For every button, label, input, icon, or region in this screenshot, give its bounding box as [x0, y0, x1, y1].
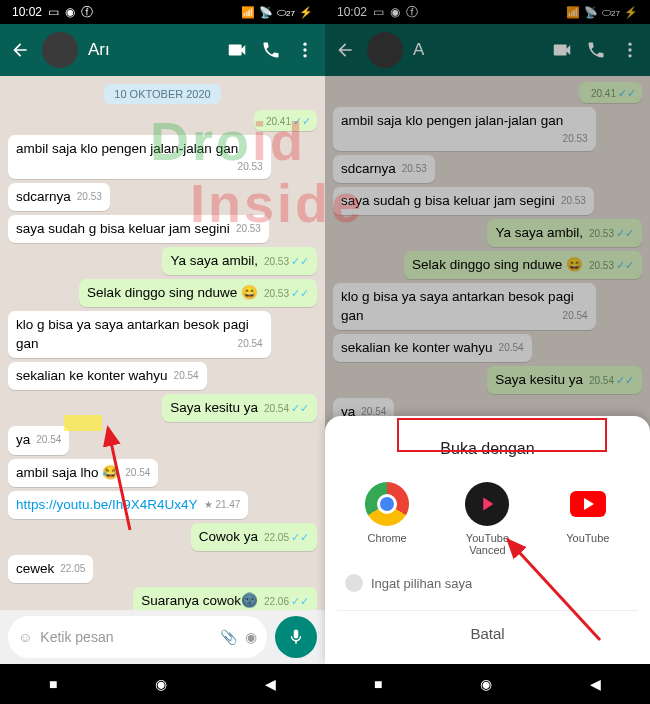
message-time: 20.54: [125, 466, 150, 480]
message-bubble[interactable]: saya sudah g bisa keluar jam segini20.53: [333, 187, 594, 215]
video-call-icon[interactable]: [550, 38, 574, 62]
input-bar: ☺ Ketik pesan 📎 ◉: [0, 610, 325, 664]
read-ticks-icon: ✓✓: [616, 258, 634, 273]
message-time: 20.53: [238, 160, 263, 174]
battery-icon: ⬭27: [277, 6, 295, 19]
message-bubble[interactable]: ya20.54: [8, 426, 69, 454]
message-time: 20.54✓✓: [589, 373, 634, 388]
message-bubble[interactable]: sdcarnya20.53: [333, 155, 435, 183]
back-icon[interactable]: [333, 38, 357, 62]
message-time: 20.54: [563, 309, 588, 323]
message-time: 20.54: [36, 433, 61, 447]
app-youtube[interactable]: YouTube: [548, 482, 628, 556]
message-time: 20.54✓✓: [264, 401, 309, 416]
message-bubble[interactable]: klo g bisa ya saya antarkan besok pagi g…: [8, 311, 271, 357]
youtube-vanced-icon: [465, 482, 509, 526]
message-bubble[interactable]: cewek22.05: [8, 555, 93, 583]
message-bubble[interactable]: ambil saja lho 😂20.54: [8, 459, 158, 487]
chat-header: Arı: [0, 24, 325, 76]
avatar[interactable]: [367, 32, 403, 68]
message-bubble[interactable]: 20.41✓✓: [254, 110, 317, 131]
nav-recent-icon[interactable]: ■: [374, 676, 382, 692]
message-link[interactable]: https://youtu.be/Ih9X4R4Ux4Y: [16, 497, 198, 512]
read-ticks-icon: ✓✓: [618, 86, 636, 101]
annotation-box-title: [397, 418, 607, 452]
nav-home-icon[interactable]: ◉: [155, 676, 167, 692]
camera-icon[interactable]: ◉: [245, 629, 257, 645]
voice-call-icon[interactable]: [259, 38, 283, 62]
chrome-icon: [365, 482, 409, 526]
avatar[interactable]: [42, 32, 78, 68]
message-time: 20.54: [499, 341, 524, 355]
message-time: 22.06✓✓: [264, 594, 309, 609]
nav-recent-icon[interactable]: ■: [49, 676, 57, 692]
svg-point-0: [303, 43, 306, 46]
message-bubble[interactable]: Ya saya ambil,20.53✓✓: [162, 247, 317, 275]
svg-point-1: [303, 48, 306, 51]
message-bubble[interactable]: Ya saya ambil,20.53✓✓: [487, 219, 642, 247]
message-time: ★ 21.47: [204, 498, 241, 512]
message-bubble[interactable]: Suaranya cowok🌚22.06✓✓: [133, 587, 317, 610]
svg-point-5: [628, 54, 631, 57]
message-bubble[interactable]: https://youtu.be/Ih9X4R4Ux4Y★ 21.47: [8, 491, 248, 519]
message-bubble[interactable]: ambil saja klo pengen jalan-jalan gan20.…: [333, 107, 596, 151]
date-chip: 10 OKTOBER 2020: [104, 84, 220, 104]
read-ticks-icon: ✓✓: [616, 373, 634, 388]
chat-header: A: [325, 24, 650, 76]
remember-choice[interactable]: Ingat pilihan saya: [337, 564, 638, 602]
message-bubble[interactable]: sekalian ke konter wahyu20.54: [8, 362, 207, 390]
message-time: 22.05✓✓: [264, 530, 309, 545]
nav-back-icon[interactable]: ◀: [265, 676, 276, 692]
menu-icon[interactable]: [618, 38, 642, 62]
message-bubble[interactable]: Saya kesitu ya20.54✓✓: [487, 366, 642, 394]
message-time: 20.53✓✓: [589, 258, 634, 273]
message-time: 20.53✓✓: [589, 226, 634, 241]
message-time: 20.41✓✓: [591, 86, 636, 101]
read-ticks-icon: ✓✓: [616, 226, 634, 241]
mic-button[interactable]: [275, 616, 317, 658]
menu-icon[interactable]: [293, 38, 317, 62]
message-time: 20.53: [77, 190, 102, 204]
back-icon[interactable]: [8, 38, 32, 62]
nav-back-icon[interactable]: ◀: [590, 676, 601, 692]
phone-left: 10:02▭◉ⓕ 📶📡⬭27⚡ Arı 10 OKTOBER 202020.41…: [0, 0, 325, 704]
contact-name[interactable]: A: [413, 40, 540, 60]
message-bubble[interactable]: saya sudah g bisa keluar jam segini20.53: [8, 215, 269, 243]
nav-bar: ■ ◉ ◀: [325, 664, 650, 704]
video-call-icon[interactable]: [225, 38, 249, 62]
message-bubble[interactable]: Selak dinggo sing nduwe 😄20.53✓✓: [79, 279, 317, 307]
app-list: Chrome YouTube Vanced YouTube: [337, 474, 638, 564]
message-input[interactable]: ☺ Ketik pesan 📎 ◉: [8, 616, 267, 658]
message-time: 20.41✓✓: [266, 114, 311, 129]
message-time: 20.53: [563, 132, 588, 146]
message-bubble[interactable]: sdcarnya20.53: [8, 183, 110, 211]
nav-home-icon[interactable]: ◉: [480, 676, 492, 692]
message-time: 22.05: [60, 562, 85, 576]
message-bubble[interactable]: Cowok ya22.05✓✓: [191, 523, 317, 551]
read-ticks-icon: ✓✓: [291, 530, 309, 545]
message-time: 20.53: [561, 194, 586, 208]
chat-area[interactable]: 10 OKTOBER 202020.41✓✓ambil saja klo pen…: [0, 76, 325, 610]
read-ticks-icon: ✓✓: [291, 401, 309, 416]
app-youtube-vanced[interactable]: YouTube Vanced: [447, 482, 527, 556]
voice-call-icon[interactable]: [584, 38, 608, 62]
message-bubble[interactable]: 20.41✓✓: [579, 82, 642, 103]
message-bubble[interactable]: sekalian ke konter wahyu20.54: [333, 334, 532, 362]
message-bubble[interactable]: Selak dinggo sing nduwe 😄20.53✓✓: [404, 251, 642, 279]
message-time: 20.53✓✓: [264, 286, 309, 301]
open-with-sheet: Buka dengan Chrome YouTube Vanced YouTub…: [325, 416, 650, 664]
message-bubble[interactable]: ambil saja klo pengen jalan-jalan gan20.…: [8, 135, 271, 179]
emoji-icon[interactable]: ☺: [18, 629, 32, 645]
read-ticks-icon: ✓✓: [291, 254, 309, 269]
cancel-button[interactable]: Batal: [337, 610, 638, 648]
nav-bar: ■ ◉ ◀: [0, 664, 325, 704]
read-ticks-icon: ✓✓: [291, 286, 309, 301]
attach-icon[interactable]: 📎: [220, 629, 237, 645]
message-bubble[interactable]: klo g bisa ya saya antarkan besok pagi g…: [333, 283, 596, 329]
remember-checkbox[interactable]: [345, 574, 363, 592]
statusbar: 10:02▭◉ⓕ 📶📡⬭27⚡: [0, 0, 325, 24]
contact-name[interactable]: Arı: [88, 40, 215, 60]
phone-right: 10:02▭◉ⓕ 📶📡⬭27⚡ A 20.41✓✓ambil saja klo …: [325, 0, 650, 704]
message-bubble[interactable]: Saya kesitu ya20.54✓✓: [162, 394, 317, 422]
app-chrome[interactable]: Chrome: [347, 482, 427, 556]
